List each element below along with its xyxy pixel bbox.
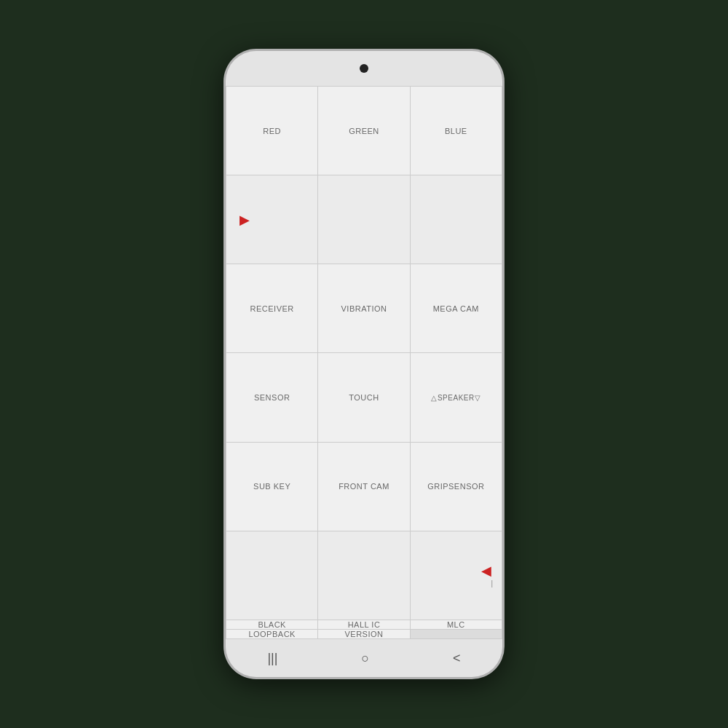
screen: REDGREENBLUE▶RECEIVERVIBRATIONMEGA CAMSE… (226, 86, 502, 639)
recent-apps-button[interactable]: ||| (267, 651, 277, 666)
cell-label: SENSOR (254, 393, 290, 402)
grid-cell[interactable]: BLUE (411, 87, 502, 175)
phone-top (226, 51, 502, 86)
cell-label: FRONT CAM (339, 482, 389, 491)
grid-cell[interactable]: SENSOR (226, 353, 318, 442)
cell-label: MLC (447, 620, 465, 629)
arrow-right-icon: ▶ (240, 213, 250, 226)
cell-label: TOUCH (349, 393, 379, 402)
cell-label: SUB KEY (253, 482, 290, 491)
nav-bar: ||| ○ < (226, 639, 502, 677)
grid-cell[interactable]: BLACK (226, 620, 318, 630)
grid-cell (318, 531, 410, 620)
cell-label: △SPEAKER▽ (431, 394, 480, 402)
grid-cell[interactable]: △SPEAKER▽ (411, 353, 502, 442)
cell-label: BLUE (445, 127, 467, 135)
cell-label: RECEIVER (250, 304, 294, 313)
grid-cell[interactable]: RED (226, 87, 318, 175)
grid-cell[interactable]: VIBRATION (318, 264, 410, 353)
grid-cell[interactable]: MLC (411, 620, 502, 630)
cell-label: BLACK (258, 620, 286, 629)
grid-cell[interactable]: TOUCH (318, 353, 410, 442)
cell-label: GRIPSENSOR (427, 482, 484, 491)
bar-indicator: | (491, 579, 493, 587)
cell-label: VERSION (344, 630, 383, 638)
grid-cell: ▶ (226, 175, 318, 264)
grid-cell[interactable]: GRIPSENSOR (411, 443, 502, 531)
cell-label: RED (263, 127, 281, 135)
cell-label: HALL IC (348, 620, 381, 629)
test-grid: REDGREENBLUE▶RECEIVERVIBRATIONMEGA CAMSE… (226, 86, 502, 639)
arrow-left-icon: ◀ (481, 564, 491, 577)
grid-cell[interactable]: FRONT CAM (318, 443, 410, 531)
cell-label: LOOPBACK (248, 630, 296, 638)
grid-cell[interactable]: RECEIVER (226, 264, 318, 353)
cell-label: GREEN (349, 127, 379, 135)
grid-cell (318, 175, 410, 264)
grid-cell (411, 630, 502, 639)
cell-label: VIBRATION (341, 304, 387, 313)
grid-cell (411, 175, 502, 264)
grid-cell: ◀| (411, 531, 502, 620)
home-button[interactable]: ○ (361, 651, 369, 666)
grid-cell[interactable]: GREEN (318, 87, 410, 175)
grid-cell[interactable]: VERSION (318, 630, 410, 639)
grid-cell (226, 531, 318, 620)
grid-cell[interactable]: MEGA CAM (411, 264, 502, 353)
back-button[interactable]: < (453, 651, 461, 666)
phone: REDGREENBLUE▶RECEIVERVIBRATIONMEGA CAMSE… (226, 51, 502, 677)
grid-cell[interactable]: SUB KEY (226, 443, 318, 531)
front-camera (360, 64, 368, 73)
grid-cell[interactable]: HALL IC (318, 620, 410, 630)
cell-label: MEGA CAM (433, 304, 479, 313)
grid-cell[interactable]: LOOPBACK (226, 630, 318, 639)
